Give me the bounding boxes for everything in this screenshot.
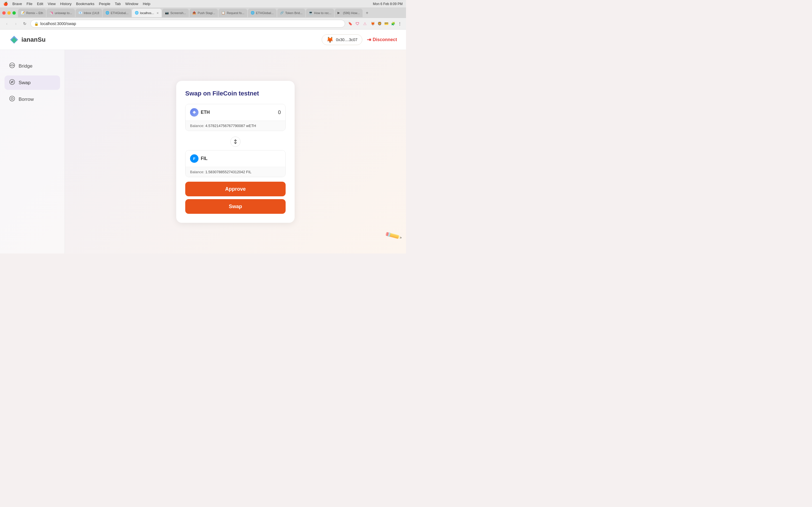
lock-icon: 🔒 bbox=[34, 22, 39, 26]
mac-bar-right: Mon 6 Feb 8:09 PM bbox=[373, 2, 403, 6]
tab-label-request: Request fo... bbox=[227, 11, 244, 15]
to-token-selector[interactable]: F FIL bbox=[190, 154, 207, 163]
menu-people[interactable]: People bbox=[99, 2, 110, 6]
sidebar-item-borrow-label: Borrow bbox=[18, 97, 34, 102]
tab-uniswap[interactable]: 🦄 uniswap to... bbox=[47, 9, 75, 17]
approve-button[interactable]: Approve bbox=[185, 182, 286, 196]
swap-direction-btn[interactable] bbox=[231, 136, 241, 147]
ext-metamask-icon[interactable]: 🦊 bbox=[370, 21, 375, 26]
address-bar: ‹ › ↻ 🔒 localhost:3000/swap 🔖 🛡 ⚠ 🦊 🦁 💳 … bbox=[0, 18, 406, 29]
back-btn[interactable]: ‹ bbox=[3, 20, 10, 27]
to-token-box: F FIL Balance: 1.583078855274312042 FIL bbox=[185, 150, 286, 177]
reload-btn[interactable]: ↻ bbox=[21, 20, 28, 27]
swap-card: Swap on FileCoin testnet ETH bbox=[176, 81, 295, 223]
fullscreen-window-btn[interactable] bbox=[12, 11, 16, 15]
svg-point-3 bbox=[10, 79, 15, 84]
svg-point-6 bbox=[12, 98, 12, 99]
ext-wallet-icon[interactable]: 💳 bbox=[384, 21, 389, 26]
swap-title: Swap on FileCoin testnet bbox=[185, 90, 286, 97]
wallet-address-btn[interactable]: 🦊 0x30....3c07 bbox=[322, 34, 362, 45]
top-nav: iananSu 🦊 0x30....3c07 ⇥ Disconnect bbox=[0, 30, 406, 50]
tab-favicon-ethglobal1: 🌐 bbox=[105, 11, 109, 15]
fil-token-icon: F bbox=[190, 154, 199, 163]
datetime: Mon 6 Feb 8:09 PM bbox=[373, 2, 403, 6]
disconnect-icon: ⇥ bbox=[367, 37, 371, 43]
tab-token[interactable]: 🔗 Token Brid... bbox=[277, 9, 305, 17]
menu-view[interactable]: View bbox=[48, 2, 56, 6]
from-token-amount[interactable]: 0 bbox=[278, 110, 281, 115]
tab-youtube[interactable]: ▶ (596) How... bbox=[335, 9, 362, 17]
tab-ethglobal1[interactable]: 🌐 ETHGlobal... bbox=[103, 9, 132, 17]
close-window-btn[interactable] bbox=[2, 11, 6, 15]
menu-history[interactable]: History bbox=[60, 2, 71, 6]
alert-icon[interactable]: ⚠ bbox=[362, 21, 368, 26]
tab-label-token: Token Brid... bbox=[285, 11, 303, 15]
menu-file[interactable]: File bbox=[27, 2, 33, 6]
sidebar-item-swap[interactable]: Swap bbox=[4, 75, 60, 90]
logo-text: iananSu bbox=[21, 36, 46, 43]
to-balance-label: Balance: bbox=[190, 170, 204, 174]
tab-remix[interactable]: 📝 Remix – Eth bbox=[18, 9, 46, 17]
ext-puzzle-icon[interactable]: 🧩 bbox=[390, 21, 396, 26]
tab-favicon-push: 📤 bbox=[192, 11, 196, 15]
sidebar-item-swap-label: Swap bbox=[18, 80, 31, 86]
tab-favicon-uniswap: 🦄 bbox=[49, 11, 53, 15]
tab-favicon-remix: 📝 bbox=[21, 11, 25, 15]
address-icons: 🔖 🛡 ⚠ bbox=[347, 21, 368, 26]
tab-request[interactable]: 📋 Request fo... bbox=[218, 9, 247, 17]
ext-menu-icon[interactable]: ⋮ bbox=[397, 21, 403, 26]
tab-label-uniswap: uniswap to... bbox=[55, 11, 72, 15]
sidebar-item-borrow[interactable]: Borrow bbox=[4, 92, 60, 107]
menu-bookmarks[interactable]: Bookmarks bbox=[76, 2, 94, 6]
mac-os-bar: 🍎 Brave File Edit View History Bookmarks… bbox=[0, 0, 406, 8]
tab-label-push: Push Stagi... bbox=[198, 11, 215, 15]
tab-favicon-inbox: 📧 bbox=[79, 11, 82, 15]
swap-button[interactable]: Swap bbox=[185, 199, 286, 214]
from-token-selector[interactable]: ETH bbox=[190, 108, 210, 117]
minimize-window-btn[interactable] bbox=[7, 11, 11, 15]
address-input-container[interactable]: 🔒 localhost:3000/swap bbox=[31, 20, 345, 27]
to-token-balance-row: Balance: 1.583078855274312042 FIL bbox=[186, 167, 285, 177]
tab-close-localhost[interactable]: ✕ bbox=[156, 11, 159, 15]
metamask-icon: 🦊 bbox=[326, 36, 334, 43]
mac-bar-left: 🍎 Brave File Edit View History Bookmarks… bbox=[3, 2, 150, 6]
tab-label-youtube: (596) How... bbox=[343, 11, 359, 15]
main-content: Bridge Swap bbox=[0, 50, 406, 253]
tab-favicon-screenshot: 📷 bbox=[165, 11, 169, 15]
menu-tab[interactable]: Tab bbox=[115, 2, 121, 6]
content-area: Swap on FileCoin testnet ETH bbox=[65, 50, 406, 253]
disconnect-label: Disconnect bbox=[373, 37, 397, 42]
to-token-symbol: FIL bbox=[201, 156, 207, 161]
tab-howto[interactable]: 💻 How to rec... bbox=[306, 9, 335, 17]
bookmark-icon[interactable]: 🔖 bbox=[347, 21, 353, 26]
tab-ethglobal2[interactable]: 🌐 ETHGlobal... bbox=[248, 9, 276, 17]
menu-help[interactable]: Help bbox=[143, 2, 150, 6]
sidebar-item-bridge[interactable]: Bridge bbox=[4, 59, 60, 73]
from-token-symbol: ETH bbox=[201, 110, 210, 115]
menu-window[interactable]: Window bbox=[125, 2, 138, 6]
tab-label-remix: Remix – Eth bbox=[26, 11, 43, 15]
to-token-row: F FIL bbox=[186, 151, 285, 167]
from-token-balance-row: Balance: 4.578214756767790087 wETH bbox=[186, 121, 285, 131]
ext-brave-icon[interactable]: 🦁 bbox=[377, 21, 382, 26]
tab-label-inbox: Inbox (14,8 bbox=[84, 11, 99, 15]
tab-push[interactable]: 📤 Push Stagi... bbox=[190, 9, 218, 17]
tab-favicon-localhost: 🌐 bbox=[135, 11, 139, 15]
tab-inbox[interactable]: 📧 Inbox (14,8 bbox=[75, 9, 102, 17]
tab-screenshot[interactable]: 📷 Screensh... bbox=[162, 9, 189, 17]
menu-edit[interactable]: Edit bbox=[37, 2, 43, 6]
apple-menu[interactable]: 🍎 bbox=[3, 2, 8, 6]
tab-label-howto: How to rec... bbox=[314, 11, 332, 15]
forward-btn[interactable]: › bbox=[12, 20, 19, 27]
brave-shield-icon[interactable]: 🛡 bbox=[355, 21, 360, 26]
eth-token-icon bbox=[190, 108, 199, 117]
tab-favicon-token: 🔗 bbox=[280, 11, 284, 15]
tab-localhost[interactable]: 🌐 localhos... ✕ bbox=[132, 9, 162, 17]
tab-label-localhost: localhos... bbox=[140, 11, 154, 15]
new-tab-btn[interactable]: + bbox=[363, 9, 371, 17]
nav-right: 🦊 0x30....3c07 ⇥ Disconnect bbox=[322, 34, 397, 45]
sidebar: Bridge Swap bbox=[0, 50, 65, 253]
url-display[interactable]: localhost:3000/swap bbox=[40, 21, 76, 26]
disconnect-btn[interactable]: ⇥ Disconnect bbox=[367, 37, 397, 43]
menu-brave[interactable]: Brave bbox=[12, 2, 22, 6]
